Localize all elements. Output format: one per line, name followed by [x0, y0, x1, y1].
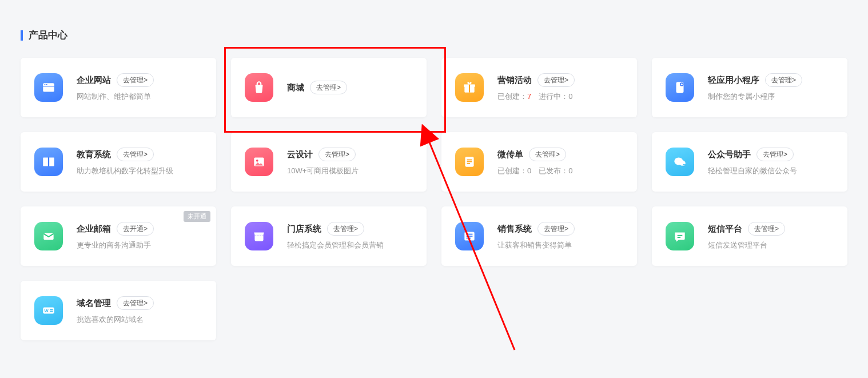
card-body: 域名管理去管理>挑选喜欢的网站域名: [77, 296, 202, 325]
card-head: 教育系统去管理>: [77, 148, 202, 161]
card-subtitle: 更专业的商务沟通助手: [77, 240, 202, 250]
phone-icon: [666, 73, 694, 102]
product-card-sms[interactable]: 短信平台去管理>短信发送管理平台: [652, 206, 847, 266]
section-title: 产品中心: [21, 29, 847, 42]
card-subtitle: 制作您的专属小程序: [708, 91, 834, 102]
mail-icon: [34, 222, 63, 250]
gift-icon: [455, 73, 484, 102]
card-title: 域名管理: [77, 298, 111, 309]
card-subtitle: 让获客和销售变得简单: [497, 240, 623, 250]
card-head: 商城去管理>: [287, 81, 413, 94]
list-icon: [455, 222, 484, 250]
book-icon: [34, 148, 63, 176]
title-accent-bar: [21, 30, 23, 41]
product-card-store[interactable]: 门店系统去管理>轻松搞定会员管理和会员营销: [231, 206, 427, 266]
card-title: 商城: [287, 82, 304, 93]
domain-icon: [34, 296, 63, 325]
image-icon: [245, 148, 273, 176]
window-icon: [34, 73, 63, 102]
product-card-sales[interactable]: 销售系统去管理>让获客和销售变得简单: [441, 206, 637, 266]
stat-running-label: 进行中：: [539, 92, 568, 101]
edu-action-button[interactable]: 去管理>: [117, 148, 154, 161]
card-body: 企业网站去管理>网站制作、维护都简单: [77, 73, 202, 102]
store-action-button[interactable]: 去管理>: [327, 222, 364, 236]
card-title: 微传单: [497, 149, 523, 160]
card-head: 微传单去管理>: [497, 148, 623, 161]
card-body: 轻应用小程序去管理>制作您的专属小程序: [708, 73, 834, 102]
card-subtitle: 短信发送管理平台: [708, 240, 834, 250]
sms-action-button[interactable]: 去管理>: [748, 222, 785, 236]
mall-action-button[interactable]: 去管理>: [310, 81, 347, 94]
card-subtitle: 助力教培机构数字化转型升级: [77, 166, 202, 176]
card-head: 短信平台去管理>: [708, 222, 834, 236]
wechat-action-button[interactable]: 去管理>: [756, 148, 794, 161]
card-body: 教育系统去管理>助力教培机构数字化转型升级: [77, 148, 202, 176]
card-head: 营销活动去管理>: [497, 73, 623, 87]
wechat-icon: [666, 148, 694, 176]
section-title-text: 产品中心: [29, 29, 67, 42]
store-icon: [245, 222, 273, 250]
miniapp-action-button[interactable]: 去管理>: [765, 73, 802, 87]
card-title: 云设计: [287, 149, 313, 160]
card-title: 营销活动: [497, 75, 532, 86]
card-title: 轻应用小程序: [708, 75, 759, 86]
card-subtitle: 挑选喜欢的网站域名: [77, 315, 202, 325]
chat-icon: [666, 222, 694, 250]
card-body: 短信平台去管理>短信发送管理平台: [708, 222, 834, 250]
card-title: 短信平台: [708, 224, 742, 234]
page-icon: [455, 148, 484, 176]
card-body: 营销活动去管理>已创建：7 进行中：0: [497, 73, 623, 102]
card-body: 微传单去管理>已创建：0 已发布：0: [497, 148, 623, 176]
product-card-marketing[interactable]: 营销活动去管理>已创建：7 进行中：0: [441, 58, 637, 117]
stat-created-label: 已创建：: [497, 166, 527, 175]
product-card-wechat[interactable]: 公众号助手去管理>轻松管理自家的微信公众号: [652, 132, 847, 192]
stat-running-value: 0: [568, 166, 572, 175]
stat-running-value: 0: [568, 92, 572, 101]
product-card-domain[interactable]: 域名管理去管理>挑选喜欢的网站域名: [21, 281, 216, 340]
card-head: 轻应用小程序去管理>: [708, 73, 834, 87]
card-head: 企业网站去管理>: [77, 73, 202, 87]
bag-icon: [245, 73, 273, 102]
stat-created-label: 已创建：: [497, 92, 527, 101]
card-title: 销售系统: [497, 224, 532, 234]
product-cards-grid: 企业网站去管理>网站制作、维护都简单商城去管理>营销活动去管理>已创建：7 进行…: [21, 58, 847, 340]
card-title: 企业邮箱: [77, 224, 111, 234]
card-title: 教育系统: [77, 149, 111, 160]
product-card-design[interactable]: 云设计去管理>10W+可商用模板图片: [231, 132, 427, 192]
product-card-mall[interactable]: 商城去管理>: [231, 58, 427, 117]
product-card-miniapp[interactable]: 轻应用小程序去管理>制作您的专属小程序: [652, 58, 847, 117]
card-subtitle: 轻松管理自家的微信公众号: [708, 166, 834, 176]
sales-action-button[interactable]: 去管理>: [537, 222, 575, 236]
card-subtitle: 10W+可商用模板图片: [287, 166, 413, 176]
card-title: 门店系统: [287, 224, 321, 234]
card-head: 域名管理去管理>: [77, 296, 202, 310]
mail-action-button[interactable]: 去开通>: [117, 222, 154, 236]
card-body: 商城去管理>: [287, 81, 413, 94]
card-subtitle: 网站制作、维护都简单: [77, 91, 202, 102]
product-card-flyer[interactable]: 微传单去管理>已创建：0 已发布：0: [441, 132, 637, 192]
card-body: 公众号助手去管理>轻松管理自家的微信公众号: [708, 148, 834, 176]
design-action-button[interactable]: 去管理>: [318, 148, 356, 161]
product-card-edu[interactable]: 教育系统去管理>助力教培机构数字化转型升级: [21, 132, 216, 192]
site-action-button[interactable]: 去管理>: [117, 73, 154, 87]
card-body: 销售系统去管理>让获客和销售变得简单: [497, 222, 623, 250]
card-body: 门店系统去管理>轻松搞定会员管理和会员营销: [287, 222, 413, 250]
card-body: 企业邮箱去开通>更专业的商务沟通助手: [77, 222, 202, 250]
card-head: 企业邮箱去开通>: [77, 222, 202, 236]
card-title: 公众号助手: [708, 149, 751, 160]
marketing-action-button[interactable]: 去管理>: [537, 73, 575, 87]
product-card-mail[interactable]: 企业邮箱去开通>更专业的商务沟通助手未开通: [21, 206, 216, 266]
card-head: 门店系统去管理>: [287, 222, 413, 236]
card-head: 销售系统去管理>: [497, 222, 623, 236]
card-subtitle: 轻松搞定会员管理和会员营销: [287, 240, 413, 250]
domain-action-button[interactable]: 去管理>: [117, 296, 154, 310]
card-stats: 已创建：7 进行中：0: [497, 91, 623, 102]
card-head: 云设计去管理>: [287, 148, 413, 161]
card-head: 公众号助手去管理>: [708, 148, 834, 161]
card-stats: 已创建：0 已发布：0: [497, 166, 623, 176]
card-body: 云设计去管理>10W+可商用模板图片: [287, 148, 413, 176]
status-badge: 未开通: [184, 211, 210, 222]
flyer-action-button[interactable]: 去管理>: [529, 148, 566, 161]
product-card-site[interactable]: 企业网站去管理>网站制作、维护都简单: [21, 58, 216, 117]
stat-running-label: 已发布：: [539, 166, 568, 175]
